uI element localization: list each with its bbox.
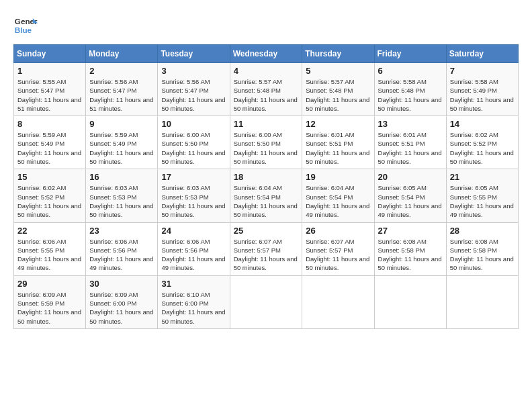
day-cell-28: 28Sunrise: 6:08 AMSunset: 5:58 PMDayligh… bbox=[446, 222, 518, 275]
day-info: Sunrise: 6:02 AMSunset: 5:52 PMDaylight:… bbox=[450, 130, 515, 166]
day-number: 4 bbox=[234, 66, 299, 76]
day-number: 19 bbox=[306, 172, 370, 182]
day-number: 2 bbox=[89, 66, 154, 76]
day-cell-25: 25Sunrise: 6:07 AMSunset: 5:57 PMDayligh… bbox=[230, 222, 302, 275]
day-cell-19: 19Sunrise: 6:04 AMSunset: 5:54 PMDayligh… bbox=[302, 169, 374, 222]
empty-cell bbox=[230, 275, 302, 328]
day-cell-5: 5Sunrise: 5:57 AMSunset: 5:48 PMDaylight… bbox=[302, 63, 374, 116]
day-number: 12 bbox=[306, 119, 370, 129]
week-row-1: 1Sunrise: 5:55 AMSunset: 5:47 PMDaylight… bbox=[14, 63, 519, 116]
day-number: 5 bbox=[306, 66, 370, 76]
empty-cell bbox=[302, 275, 374, 328]
day-cell-31: 31Sunrise: 6:10 AMSunset: 6:00 PMDayligh… bbox=[158, 275, 230, 328]
day-number: 14 bbox=[450, 119, 515, 129]
day-number: 29 bbox=[17, 279, 82, 289]
day-info: Sunrise: 6:00 AMSunset: 5:50 PMDaylight:… bbox=[161, 130, 226, 166]
day-cell-18: 18Sunrise: 6:04 AMSunset: 5:54 PMDayligh… bbox=[230, 169, 302, 222]
day-cell-8: 8Sunrise: 5:59 AMSunset: 5:49 PMDaylight… bbox=[14, 116, 86, 169]
week-row-3: 15Sunrise: 6:02 AMSunset: 5:52 PMDayligh… bbox=[14, 169, 519, 222]
calendar-body: 1Sunrise: 5:55 AMSunset: 5:47 PMDaylight… bbox=[14, 63, 519, 329]
day-info: Sunrise: 6:09 AMSunset: 5:59 PMDaylight:… bbox=[17, 290, 82, 326]
day-cell-10: 10Sunrise: 6:00 AMSunset: 5:50 PMDayligh… bbox=[158, 116, 230, 169]
day-info: Sunrise: 6:03 AMSunset: 5:53 PMDaylight:… bbox=[161, 183, 226, 219]
day-info: Sunrise: 6:03 AMSunset: 5:53 PMDaylight:… bbox=[89, 183, 154, 219]
calendar-header: SundayMondayTuesdayWednesdayThursdayFrid… bbox=[14, 45, 519, 63]
day-number: 24 bbox=[161, 226, 226, 236]
week-row-5: 29Sunrise: 6:09 AMSunset: 5:59 PMDayligh… bbox=[14, 275, 519, 328]
day-info: Sunrise: 5:57 AMSunset: 5:48 PMDaylight:… bbox=[234, 77, 299, 113]
day-number: 31 bbox=[161, 279, 226, 289]
day-info: Sunrise: 6:09 AMSunset: 6:00 PMDaylight:… bbox=[89, 290, 154, 326]
day-number: 23 bbox=[89, 226, 154, 236]
day-info: Sunrise: 6:06 AMSunset: 5:56 PMDaylight:… bbox=[161, 237, 226, 273]
logo: General Blue bbox=[13, 13, 38, 38]
day-cell-14: 14Sunrise: 6:02 AMSunset: 5:52 PMDayligh… bbox=[446, 116, 518, 169]
day-cell-26: 26Sunrise: 6:07 AMSunset: 5:57 PMDayligh… bbox=[302, 222, 374, 275]
header-friday: Friday bbox=[374, 45, 446, 63]
day-info: Sunrise: 5:56 AMSunset: 5:47 PMDaylight:… bbox=[89, 77, 154, 113]
header-row: SundayMondayTuesdayWednesdayThursdayFrid… bbox=[14, 45, 519, 63]
header-tuesday: Tuesday bbox=[158, 45, 230, 63]
day-info: Sunrise: 6:08 AMSunset: 5:58 PMDaylight:… bbox=[450, 237, 515, 273]
day-info: Sunrise: 6:02 AMSunset: 5:52 PMDaylight:… bbox=[17, 183, 82, 219]
day-number: 26 bbox=[306, 226, 370, 236]
page-header: General Blue bbox=[13, 13, 519, 38]
day-info: Sunrise: 6:06 AMSunset: 5:55 PMDaylight:… bbox=[17, 237, 82, 273]
day-cell-12: 12Sunrise: 6:01 AMSunset: 5:51 PMDayligh… bbox=[302, 116, 374, 169]
day-number: 8 bbox=[17, 119, 82, 129]
header-wednesday: Wednesday bbox=[230, 45, 302, 63]
day-cell-21: 21Sunrise: 6:05 AMSunset: 5:55 PMDayligh… bbox=[446, 169, 518, 222]
day-number: 3 bbox=[161, 66, 226, 76]
day-info: Sunrise: 5:57 AMSunset: 5:48 PMDaylight:… bbox=[306, 77, 370, 113]
day-cell-3: 3Sunrise: 5:56 AMSunset: 5:47 PMDaylight… bbox=[158, 63, 230, 116]
day-info: Sunrise: 5:59 AMSunset: 5:49 PMDaylight:… bbox=[89, 130, 154, 166]
day-cell-11: 11Sunrise: 6:00 AMSunset: 5:50 PMDayligh… bbox=[230, 116, 302, 169]
day-number: 15 bbox=[17, 172, 82, 182]
day-info: Sunrise: 6:00 AMSunset: 5:50 PMDaylight:… bbox=[234, 130, 299, 166]
day-info: Sunrise: 5:55 AMSunset: 5:47 PMDaylight:… bbox=[17, 77, 82, 113]
day-number: 30 bbox=[89, 279, 154, 289]
day-number: 9 bbox=[89, 119, 154, 129]
empty-cell bbox=[374, 275, 446, 328]
day-number: 13 bbox=[378, 119, 443, 129]
day-cell-23: 23Sunrise: 6:06 AMSunset: 5:56 PMDayligh… bbox=[86, 222, 158, 275]
day-cell-15: 15Sunrise: 6:02 AMSunset: 5:52 PMDayligh… bbox=[14, 169, 86, 222]
day-cell-9: 9Sunrise: 5:59 AMSunset: 5:49 PMDaylight… bbox=[86, 116, 158, 169]
day-info: Sunrise: 6:07 AMSunset: 5:57 PMDaylight:… bbox=[306, 237, 370, 273]
day-info: Sunrise: 6:07 AMSunset: 5:57 PMDaylight:… bbox=[234, 237, 299, 273]
day-number: 18 bbox=[234, 172, 299, 182]
calendar-table: SundayMondayTuesdayWednesdayThursdayFrid… bbox=[13, 44, 519, 329]
week-row-4: 22Sunrise: 6:06 AMSunset: 5:55 PMDayligh… bbox=[14, 222, 519, 275]
header-saturday: Saturday bbox=[446, 45, 518, 63]
day-number: 25 bbox=[234, 226, 299, 236]
day-cell-29: 29Sunrise: 6:09 AMSunset: 5:59 PMDayligh… bbox=[14, 275, 86, 328]
day-info: Sunrise: 5:58 AMSunset: 5:49 PMDaylight:… bbox=[450, 77, 515, 113]
day-cell-1: 1Sunrise: 5:55 AMSunset: 5:47 PMDaylight… bbox=[14, 63, 86, 116]
day-number: 16 bbox=[89, 172, 154, 182]
header-sunday: Sunday bbox=[14, 45, 86, 63]
day-cell-2: 2Sunrise: 5:56 AMSunset: 5:47 PMDaylight… bbox=[86, 63, 158, 116]
day-cell-22: 22Sunrise: 6:06 AMSunset: 5:55 PMDayligh… bbox=[14, 222, 86, 275]
day-number: 6 bbox=[378, 66, 443, 76]
day-number: 10 bbox=[161, 119, 226, 129]
header-thursday: Thursday bbox=[302, 45, 374, 63]
day-number: 17 bbox=[161, 172, 226, 182]
day-info: Sunrise: 5:59 AMSunset: 5:49 PMDaylight:… bbox=[17, 130, 82, 166]
day-cell-7: 7Sunrise: 5:58 AMSunset: 5:49 PMDaylight… bbox=[446, 63, 518, 116]
day-info: Sunrise: 6:05 AMSunset: 5:54 PMDaylight:… bbox=[378, 183, 443, 219]
day-cell-24: 24Sunrise: 6:06 AMSunset: 5:56 PMDayligh… bbox=[158, 222, 230, 275]
svg-text:Blue: Blue bbox=[15, 26, 32, 34]
day-number: 27 bbox=[378, 226, 443, 236]
day-cell-4: 4Sunrise: 5:57 AMSunset: 5:48 PMDaylight… bbox=[230, 63, 302, 116]
empty-cell bbox=[446, 275, 518, 328]
day-number: 7 bbox=[450, 66, 515, 76]
day-cell-13: 13Sunrise: 6:01 AMSunset: 5:51 PMDayligh… bbox=[374, 116, 446, 169]
day-cell-30: 30Sunrise: 6:09 AMSunset: 6:00 PMDayligh… bbox=[86, 275, 158, 328]
day-info: Sunrise: 6:08 AMSunset: 5:58 PMDaylight:… bbox=[378, 237, 443, 273]
day-info: Sunrise: 6:01 AMSunset: 5:51 PMDaylight:… bbox=[306, 130, 370, 166]
day-number: 11 bbox=[234, 119, 299, 129]
day-info: Sunrise: 5:56 AMSunset: 5:47 PMDaylight:… bbox=[161, 77, 226, 113]
day-number: 20 bbox=[378, 172, 443, 182]
day-cell-16: 16Sunrise: 6:03 AMSunset: 5:53 PMDayligh… bbox=[86, 169, 158, 222]
day-number: 21 bbox=[450, 172, 515, 182]
